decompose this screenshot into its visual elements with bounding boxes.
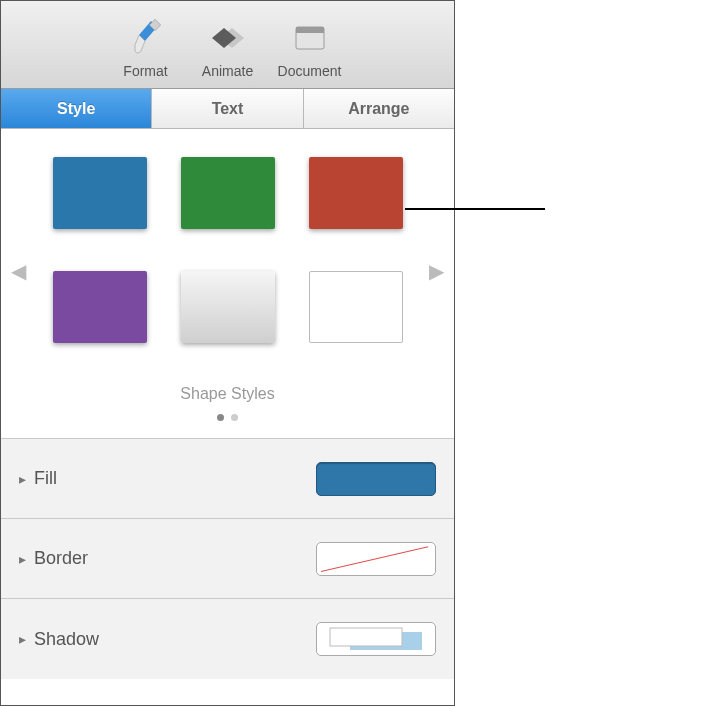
properties-list: ▸ Fill ▸ Border ▸ Shadow xyxy=(1,439,454,679)
main-toolbar: Format Animate Document xyxy=(1,1,454,89)
shadow-disclosure-icon: ▸ xyxy=(19,631,26,647)
border-label: Border xyxy=(34,548,316,569)
document-icon xyxy=(293,17,327,59)
format-button[interactable]: Format xyxy=(105,17,187,79)
border-row[interactable]: ▸ Border xyxy=(1,519,454,599)
tab-style[interactable]: Style xyxy=(1,89,152,128)
shape-styles-area: ◀ ▶ Shape Styles xyxy=(1,129,454,439)
border-style-well[interactable] xyxy=(316,542,436,576)
swatch-purple[interactable] xyxy=(53,271,147,343)
animate-icon xyxy=(208,17,248,59)
swatch-blue[interactable] xyxy=(53,157,147,229)
swatch-outline[interactable] xyxy=(309,271,403,343)
callout-line xyxy=(405,208,545,210)
shape-styles-caption: Shape Styles xyxy=(1,385,454,403)
swatch-row-1 xyxy=(1,157,454,229)
document-label: Document xyxy=(278,63,342,79)
page-dots xyxy=(1,409,454,424)
swatch-gray[interactable] xyxy=(181,271,275,343)
fill-color-well[interactable] xyxy=(316,462,436,496)
svg-rect-4 xyxy=(330,628,402,646)
swatch-green[interactable] xyxy=(181,157,275,229)
fill-disclosure-icon: ▸ xyxy=(19,471,26,487)
shadow-row[interactable]: ▸ Shadow xyxy=(1,599,454,679)
page-dot-2[interactable] xyxy=(231,414,238,421)
animate-button[interactable]: Animate xyxy=(187,17,269,79)
svg-rect-2 xyxy=(296,27,324,33)
page-dot-1[interactable] xyxy=(217,414,224,421)
swatch-red[interactable] xyxy=(309,157,403,229)
inspector-panel: Format Animate Document Style Text A xyxy=(0,0,455,706)
fill-row[interactable]: ▸ Fill xyxy=(1,439,454,519)
next-page-arrow[interactable]: ▶ xyxy=(429,259,444,283)
fill-label: Fill xyxy=(34,468,316,489)
inspector-tabs: Style Text Arrange xyxy=(1,89,454,129)
shadow-style-well[interactable] xyxy=(316,622,436,656)
animate-label: Animate xyxy=(202,63,253,79)
document-button[interactable]: Document xyxy=(269,17,351,79)
tab-arrange[interactable]: Arrange xyxy=(304,89,454,128)
tab-text[interactable]: Text xyxy=(152,89,303,128)
format-label: Format xyxy=(123,63,167,79)
swatch-row-2 xyxy=(1,271,454,343)
shadow-label: Shadow xyxy=(34,629,316,650)
border-disclosure-icon: ▸ xyxy=(19,551,26,567)
prev-page-arrow[interactable]: ◀ xyxy=(11,259,26,283)
brush-icon xyxy=(131,17,161,59)
